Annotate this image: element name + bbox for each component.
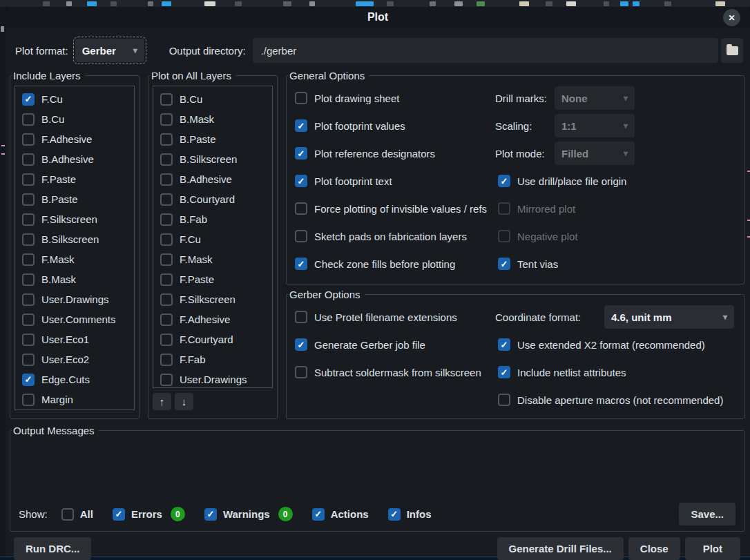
layer-row[interactable]: ✓ F.Paste <box>153 269 272 289</box>
option-row[interactable]: ✓ Tent vias <box>495 250 734 278</box>
option-checkbox[interactable]: ✓ <box>498 202 510 215</box>
layer-row[interactable]: ✓ Margin <box>15 389 134 409</box>
layer-row[interactable]: ✓ B.Fab <box>153 209 272 229</box>
filter-checkbox[interactable]: ✓ <box>312 508 325 521</box>
layer-checkbox[interactable]: ✓ <box>160 193 173 206</box>
layer-row[interactable]: ✓ F.Cu <box>153 229 272 249</box>
layer-row[interactable]: ✓ User.Drawings <box>15 289 134 309</box>
option-checkbox[interactable]: ✓ <box>295 92 307 104</box>
option-checkbox[interactable]: ✓ <box>295 366 307 378</box>
layer-row[interactable]: ✓ User.Comments <box>15 309 134 329</box>
layer-row[interactable]: ✓ B.Mask <box>15 269 134 289</box>
layer-row[interactable]: ✓ B.Paste <box>153 129 272 149</box>
layer-checkbox[interactable]: ✓ <box>22 233 35 246</box>
option-row[interactable]: ✓ Sketch pads on fabrication layers <box>295 222 495 250</box>
layer-checkbox[interactable]: ✓ <box>22 394 35 406</box>
layer-checkbox[interactable]: ✓ <box>160 113 173 126</box>
generate-drill-files-button[interactable]: Generate Drill Files... <box>497 537 624 560</box>
dropdown[interactable]: Filled ▾ <box>555 142 635 165</box>
layer-row[interactable]: ✓ B.Mask <box>153 109 272 129</box>
option-checkbox[interactable]: ✓ <box>295 230 307 242</box>
layer-checkbox[interactable]: ✓ <box>22 273 35 286</box>
layer-row[interactable]: ✓ B.Cu <box>15 109 134 129</box>
plot-format-dropdown[interactable]: Gerber ▾ <box>75 39 144 62</box>
option-checkbox[interactable]: ✓ <box>498 230 510 242</box>
layer-row[interactable]: ✓ B.Courtyard <box>153 189 272 209</box>
option-row[interactable]: ✓ Mirrored plot <box>495 195 734 222</box>
layer-row[interactable]: ✓ B.Silkscreen <box>153 149 272 169</box>
option-row[interactable]: ✓ Plot footprint values <box>295 112 495 139</box>
layer-row[interactable]: ✓ F.Paste <box>15 169 134 189</box>
dropdown[interactable]: None ▾ <box>555 86 635 110</box>
option-row[interactable]: ✓ Use extended X2 format (recommended) <box>495 331 734 358</box>
layer-checkbox[interactable]: ✓ <box>22 93 35 106</box>
partial-list-item[interactable] <box>15 409 134 410</box>
layer-checkbox[interactable]: ✓ <box>160 354 173 366</box>
option-row[interactable]: ✓ Use drill/place file origin <box>495 167 734 195</box>
messages-area[interactable] <box>19 438 735 503</box>
close-icon[interactable]: ✕ <box>723 9 740 26</box>
layer-checkbox[interactable]: ✓ <box>160 173 173 186</box>
dialog-titlebar[interactable]: Plot ✕ <box>6 7 750 28</box>
layer-checkbox[interactable]: ✓ <box>22 133 35 146</box>
filter-checkbox[interactable]: ✓ <box>204 508 217 521</box>
layer-checkbox[interactable]: ✓ <box>22 253 35 266</box>
layer-checkbox[interactable]: ✓ <box>22 293 35 306</box>
layer-checkbox[interactable]: ✓ <box>22 113 35 126</box>
option-row[interactable]: ✓ Disable aperture macros (not recommend… <box>495 386 734 414</box>
layer-row[interactable]: ✓ Edge.Cuts <box>15 369 134 389</box>
layer-checkbox[interactable]: ✓ <box>160 93 173 106</box>
layer-row[interactable]: ✓ B.Adhesive <box>15 149 134 169</box>
move-down-button[interactable]: ↓ <box>175 393 193 410</box>
option-row[interactable]: ✓ Negative plot <box>495 222 734 250</box>
layer-checkbox[interactable]: ✓ <box>160 334 173 346</box>
option-row[interactable]: ✓ Generate Gerber job file <box>295 331 495 358</box>
option-row[interactable]: ✓ Check zone fills before plotting <box>295 250 495 278</box>
layer-checkbox[interactable]: ✓ <box>22 354 35 366</box>
layer-row[interactable]: ✓ B.Silkscreen <box>15 229 134 249</box>
option-checkbox[interactable]: ✓ <box>295 119 307 132</box>
option-checkbox[interactable]: ✓ <box>498 258 510 270</box>
filter-item[interactable]: ✓ Errors 0 <box>113 507 185 521</box>
option-checkbox[interactable]: ✓ <box>295 147 307 160</box>
plot-button[interactable]: Plot <box>685 537 740 560</box>
filter-item[interactable]: ✓ Infos <box>388 508 432 521</box>
layer-row[interactable]: ✓ User.Drawings <box>153 369 272 388</box>
option-checkbox[interactable]: ✓ <box>295 311 307 323</box>
filter-item[interactable]: ✓ Actions <box>312 508 369 521</box>
option-row[interactable]: ✓ Use Protel filename extensions <box>295 303 495 331</box>
option-checkbox[interactable]: ✓ <box>498 175 510 187</box>
plot-on-all-layers-list[interactable]: ✓ B.Cu ✓ B.Mask <box>153 86 273 388</box>
close-button[interactable]: Close <box>628 537 680 560</box>
option-checkbox[interactable]: ✓ <box>295 175 307 187</box>
layer-row[interactable]: ✓ F.Adhesive <box>153 309 272 329</box>
browse-folder-button[interactable] <box>721 38 743 63</box>
option-row[interactable]: ✓ Subtract soldermask from silkscreen <box>295 358 495 386</box>
layer-checkbox[interactable]: ✓ <box>160 153 173 166</box>
option-row[interactable]: ✓ Include netlist attributes <box>495 358 734 386</box>
layer-checkbox[interactable]: ✓ <box>160 293 173 306</box>
option-checkbox[interactable]: ✓ <box>498 394 510 406</box>
filter-checkbox[interactable]: ✓ <box>61 508 74 521</box>
layer-row[interactable]: ✓ User.Eco1 <box>15 329 134 349</box>
layer-checkbox[interactable]: ✓ <box>160 313 173 326</box>
dropdown[interactable]: 1:1 ▾ <box>555 114 635 137</box>
option-row[interactable]: ✓ Plot reference designators <box>295 139 495 167</box>
layer-row[interactable]: ✓ F.Fab <box>153 349 272 369</box>
layer-row[interactable]: ✓ F.Courtyard <box>153 329 272 349</box>
option-checkbox[interactable]: ✓ <box>295 258 307 270</box>
option-checkbox[interactable]: ✓ <box>498 366 510 378</box>
layer-row[interactable]: ✓ F.Mask <box>15 249 134 269</box>
option-checkbox[interactable]: ✓ <box>498 338 510 351</box>
layer-checkbox[interactable]: ✓ <box>160 233 173 246</box>
option-checkbox[interactable]: ✓ <box>295 202 307 215</box>
layer-row[interactable]: ✓ User.Eco2 <box>15 349 134 369</box>
layer-row[interactable]: ✓ B.Cu <box>153 89 272 109</box>
filter-checkbox[interactable]: ✓ <box>388 508 401 521</box>
layer-row[interactable]: ✓ F.Mask <box>153 249 272 269</box>
layer-checkbox[interactable]: ✓ <box>160 213 173 226</box>
filter-item[interactable]: ✓ All <box>61 508 93 521</box>
layer-row[interactable]: ✓ F.Silkscreen <box>153 289 272 309</box>
layer-checkbox[interactable]: ✓ <box>22 213 35 226</box>
filter-item[interactable]: ✓ Warnings 0 <box>204 507 293 521</box>
